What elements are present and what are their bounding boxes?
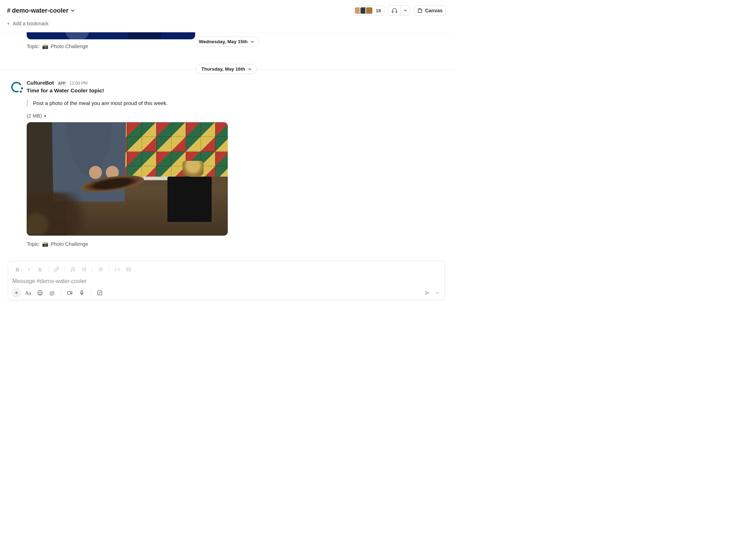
toolbar-separator (48, 266, 48, 272)
canvas-icon (417, 8, 423, 14)
members-button[interactable]: 18 (353, 6, 385, 15)
bulleted-list-button[interactable] (79, 265, 89, 274)
svg-point-6 (38, 290, 42, 295)
send-group (422, 288, 441, 298)
svg-point-7 (39, 292, 40, 293)
svg-rect-10 (81, 290, 83, 294)
messages-pane: Topic: 📸 Photo Challenge Wednesday, May … (0, 32, 453, 260)
channel-title-button[interactable]: # demo-water-cooler (7, 7, 75, 14)
avatar (365, 7, 373, 14)
emoji-button[interactable] (35, 288, 45, 297)
topic-text: Photo Challenge (51, 241, 88, 247)
camera-icon: 📸 (42, 44, 48, 49)
headphones-icon (389, 6, 400, 15)
attachment-meta[interactable]: (2 MB) ▼ (27, 113, 426, 119)
mention-button[interactable]: @ (47, 288, 57, 297)
plus-icon: + (7, 21, 10, 26)
author-avatar[interactable] (10, 80, 23, 94)
toolbar-separator (91, 290, 91, 296)
file-size: (2 MB) (27, 113, 42, 119)
date-divider-pill[interactable]: Thursday, May 16th (196, 64, 257, 74)
message-attachment-image[interactable] (27, 122, 228, 236)
code-block-button[interactable] (123, 265, 134, 274)
message-author[interactable]: CultureBot (27, 80, 54, 86)
link-button[interactable] (51, 265, 62, 274)
toolbar-separator (109, 266, 109, 272)
topic-prefix: Topic: (27, 241, 40, 247)
chevron-down-icon (248, 67, 252, 71)
caret-down-icon: ▼ (44, 114, 47, 118)
canvas-button[interactable]: Canvas (414, 5, 446, 16)
bot-logo-icon (10, 80, 23, 94)
chevron-down-icon (71, 8, 75, 13)
action-toolbar: + Aa @ (12, 288, 441, 298)
blockquote-button[interactable] (95, 265, 106, 274)
add-bookmark-label: Add a bookmark (13, 21, 48, 26)
code-button[interactable] (112, 265, 122, 274)
svg-rect-5 (127, 268, 131, 271)
message: CultureBot APP 12:00 PM Time for a Water… (0, 76, 453, 247)
video-button[interactable] (65, 288, 75, 297)
italic-button[interactable]: I (24, 265, 34, 274)
date-label: Thursday, May 16th (201, 66, 245, 72)
message-input[interactable] (12, 277, 441, 288)
header-actions: 18 Canvas (353, 5, 446, 16)
toolbar-separator (61, 290, 61, 296)
send-button[interactable] (422, 288, 433, 298)
huddle-button[interactable] (388, 5, 410, 16)
svg-rect-0 (392, 11, 393, 13)
message-composer: B I S (8, 261, 445, 300)
strikethrough-button[interactable]: S (35, 265, 45, 274)
svg-point-2 (82, 268, 83, 268)
attach-button[interactable]: + (12, 288, 21, 298)
ordered-list-button[interactable] (68, 265, 78, 274)
camera-icon: 📸 (42, 241, 48, 247)
bookmark-bar: + Add a bookmark (0, 19, 453, 32)
date-label: Wednesday, May 15th (199, 39, 247, 44)
topic-text: Photo Challenge (51, 44, 88, 49)
send-options-button[interactable] (433, 288, 441, 298)
svg-point-4 (82, 270, 83, 271)
message-attachment-image[interactable] (27, 32, 195, 39)
add-bookmark-button[interactable]: + Add a bookmark (7, 21, 48, 26)
audio-button[interactable] (77, 288, 87, 297)
members-count: 18 (376, 8, 381, 13)
message-timestamp[interactable]: 12:00 PM (69, 81, 87, 86)
formatting-toggle-button[interactable]: Aa (23, 288, 33, 297)
avatar-stack (354, 7, 373, 14)
svg-rect-9 (67, 291, 71, 294)
svg-point-3 (82, 269, 83, 269)
message-title: Time for a Water Cooler topic! (27, 87, 426, 94)
format-toolbar: B I S (12, 264, 441, 277)
toolbar-separator (65, 266, 65, 272)
shortcuts-button[interactable] (94, 288, 105, 297)
chevron-down-icon[interactable] (400, 6, 410, 15)
composer-area: B I S (0, 260, 453, 307)
message-quote: Post a photo of the meal you are most pr… (27, 99, 426, 107)
hash-icon: # (7, 7, 11, 14)
svg-point-8 (41, 292, 41, 293)
app-badge: APP (57, 81, 67, 86)
channel-header: # demo-water-cooler 18 Can (0, 0, 453, 19)
svg-rect-1 (396, 11, 397, 13)
message-topic-line: Topic: 📸 Photo Challenge (27, 241, 426, 247)
canvas-label: Canvas (425, 8, 443, 13)
bold-button[interactable]: B (12, 265, 23, 274)
topic-prefix: Topic: (27, 44, 40, 49)
chevron-down-icon (251, 40, 254, 44)
toolbar-separator (92, 266, 93, 272)
channel-name: demo-water-cooler (12, 7, 68, 14)
date-divider-pill[interactable]: Wednesday, May 15th (193, 37, 259, 47)
